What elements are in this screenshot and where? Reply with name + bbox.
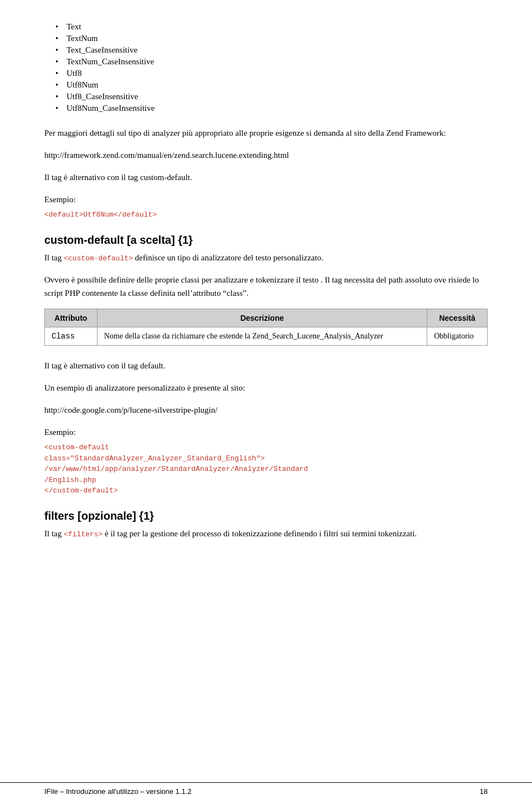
section2-heading: filters [opzionale] {1} — [44, 510, 488, 522]
paragraph-alternativo: Il tag è alternativo con il tag custom-d… — [44, 171, 488, 184]
paragraph3: Il tag è alternativo con il tag default. — [44, 359, 488, 372]
table-header-descrizione: Descrizione — [97, 309, 427, 327]
list-item: TextNum — [55, 34, 488, 43]
list-item: Text_CaseInsensitive — [55, 45, 488, 55]
list-item: Utf8Num — [55, 80, 488, 90]
section2-text1: Il tag <filters> è il tag per la gestion… — [44, 527, 488, 541]
table-header-attributo: Attributo — [45, 309, 98, 327]
table-row: Class Nome della classe da richiamare ch… — [45, 327, 488, 346]
list-item: TextNum_CaseInsensitive — [55, 57, 488, 66]
footer-page-number: 18 — [480, 787, 488, 796]
table-header-necessita: Necessità — [427, 309, 488, 327]
attributes-table: Attributo Descrizione Necessità Class No… — [44, 309, 488, 346]
paragraph4: Un esempio di analizzatore personalizzat… — [44, 381, 488, 394]
code-line-3: /var/www/html/app/analyzer/StandardAnaly… — [44, 464, 488, 475]
list-item: Utf8_CaseInsensitive — [55, 92, 488, 101]
url2-paragraph: http://code.google.com/p/lucene-silverst… — [44, 403, 488, 417]
table-cell-necessity: Obbligatorio — [427, 327, 488, 346]
paragraph-analyzer-info: Per maggiori dettagli sul tipo di analyz… — [44, 126, 488, 140]
url1-paragraph: http://framework.zend.com/manual/en/zend… — [44, 148, 488, 162]
table-cell-class: Class — [45, 327, 98, 346]
url1-link[interactable]: http://framework.zend.com/manual/en/zend… — [44, 151, 289, 160]
inline-code-custom-default: <custom-default> — [64, 254, 133, 263]
list-item: Utf8Num_CaseInsensitive — [55, 104, 488, 113]
section1-text1: Il tag <custom-default> definisce un tip… — [44, 251, 488, 265]
bullet-list: Text TextNum Text_CaseInsensitive TextNu… — [44, 22, 488, 113]
code-line-5: </custom-default> — [44, 485, 488, 496]
code-line-2: class="StandardAnalyzer_Analyzer_Standar… — [44, 453, 488, 464]
code-line-4: /English.php — [44, 475, 488, 486]
footer-left: IFile – Introduzione all'utilizzo – vers… — [44, 787, 192, 796]
esempio1-label: Esempio: — [44, 193, 488, 206]
section1-heading: custom-default [a scelta] {1} — [44, 234, 488, 247]
page-footer: IFile – Introduzione all'utilizzo – vers… — [0, 782, 532, 800]
esempio1-code: <default>Utf8Num</default> — [44, 209, 488, 220]
esempio2-label: Esempio: — [44, 425, 488, 439]
page-container: Text TextNum Text_CaseInsensitive TextNu… — [0, 0, 532, 800]
table-cell-description: Nome della classe da richiamare che este… — [97, 327, 427, 346]
section1-text2: Ovvero è possibile definire delle propri… — [44, 273, 488, 300]
esempio2-code: <custom-default class="StandardAnalyzer_… — [44, 442, 488, 496]
code-line-1: <custom-default — [44, 442, 488, 453]
list-item: Utf8 — [55, 69, 488, 78]
list-item: Text — [55, 22, 488, 32]
inline-code-filters: <filters> — [64, 530, 103, 539]
url2-link[interactable]: http://code.google.com/p/lucene-silverst… — [44, 406, 217, 414]
